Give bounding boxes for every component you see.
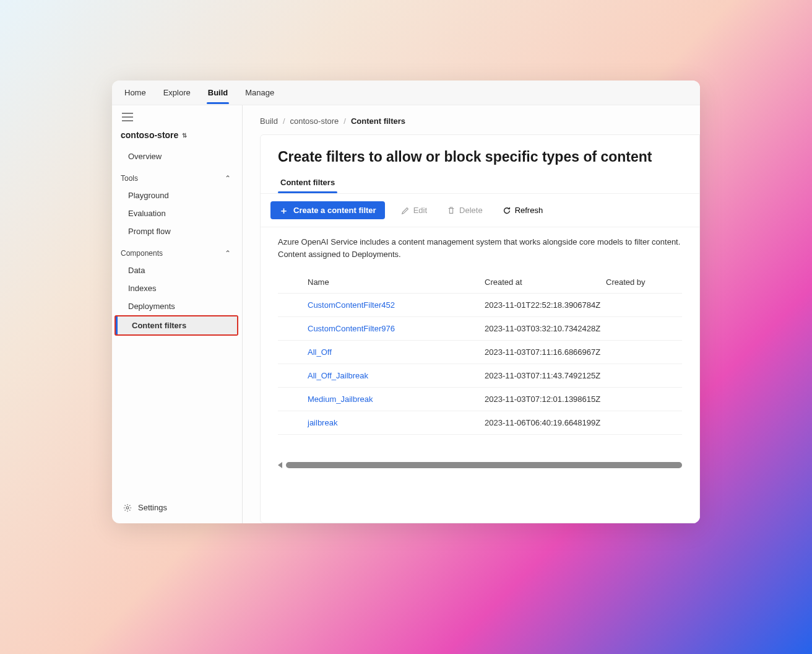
filter-created-at: 2023-11-06T06:40:19.6648199Z [485, 418, 606, 427]
sidebar-item-overview[interactable]: Overview [112, 147, 242, 165]
topnav-home[interactable]: Home [123, 82, 147, 103]
create-btn-label: Create a content filter [293, 206, 376, 215]
content-panel: Create filters to allow or block specifi… [260, 134, 700, 523]
filter-name-link[interactable]: All_Off [308, 347, 485, 357]
filter-created-at: 2023-11-01T22:52:18.3906784Z [485, 300, 606, 310]
chevron-up-icon: ⌃ [225, 249, 231, 258]
crumb-sep: / [283, 116, 285, 126]
tab-row: Content filters [261, 174, 699, 194]
sidebar-item-playground[interactable]: Playground [112, 186, 242, 204]
gear-icon [123, 504, 132, 512]
edit-label: Edit [413, 206, 427, 215]
top-nav: Home Explore Build Manage [112, 81, 700, 105]
refresh-label: Refresh [515, 206, 543, 215]
trash-icon [447, 206, 456, 215]
crumb-sep: / [343, 116, 346, 126]
col-created-at: Created at [485, 277, 606, 287]
topnav-build[interactable]: Build [207, 82, 230, 103]
table-row[interactable]: jailbreak2023-11-06T06:40:19.6648199Z [278, 411, 682, 435]
delete-button[interactable]: Delete [443, 203, 486, 217]
page-title: Create filters to allow or block specifi… [261, 135, 699, 174]
table-row[interactable]: CustomContentFilter9762023-11-03T03:32:1… [278, 317, 682, 341]
scroll-left-icon[interactable] [278, 462, 282, 468]
sidebar-item-data[interactable]: Data [112, 261, 242, 279]
table-row[interactable]: All_Off2023-11-03T07:11:16.6866967Z [278, 341, 682, 364]
store-picker[interactable]: contoso-store ⇅ [112, 128, 242, 147]
sidebar-item-settings[interactable]: Settings [112, 497, 242, 518]
breadcrumb: Build / contoso-store / Content filters [243, 105, 700, 134]
filter-name-link[interactable]: jailbreak [308, 418, 485, 427]
section-tools-label: Tools [121, 174, 138, 183]
section-components[interactable]: Components ⌃ [112, 240, 242, 261]
delete-label: Delete [459, 206, 483, 215]
refresh-button[interactable]: Refresh [499, 203, 547, 217]
filter-created-at: 2023-11-03T03:32:10.7342428Z [485, 324, 606, 333]
table-row[interactable]: All_Off_Jailbreak2023-11-03T07:11:43.749… [278, 364, 682, 388]
hamburger-icon[interactable] [112, 105, 242, 128]
col-name: Name [308, 277, 485, 287]
sidebar-item-indexes[interactable]: Indexes [112, 279, 242, 297]
store-name: contoso-store [121, 130, 178, 140]
refresh-icon [503, 206, 511, 215]
edit-button[interactable]: Edit [397, 203, 431, 217]
tab-content-filters[interactable]: Content filters [278, 174, 337, 193]
sidebar-item-prompt-flow[interactable]: Prompt flow [112, 222, 242, 240]
section-components-label: Components [121, 249, 163, 258]
crumb-build[interactable]: Build [260, 116, 278, 126]
filter-name-link[interactable]: All_Off_Jailbreak [308, 371, 485, 380]
topnav-manage[interactable]: Manage [244, 82, 275, 103]
filter-created-at: 2023-11-03T07:12:01.1398615Z [485, 395, 606, 404]
table-row[interactable]: CustomContentFilter4522023-11-01T22:52:1… [278, 294, 682, 317]
create-content-filter-button[interactable]: ＋ Create a content filter [270, 201, 385, 219]
crumb-store[interactable]: contoso-store [290, 116, 339, 126]
pencil-icon [401, 206, 410, 215]
sidebar: contoso-store ⇅ Overview Tools ⌃ Playgro… [112, 105, 243, 523]
toolbar: ＋ Create a content filter Edit Delete Re… [261, 194, 699, 227]
panel-description: Azure OpenAI Service includes a content … [261, 227, 699, 271]
sidebar-item-content-filters[interactable]: Content filters [116, 316, 237, 334]
filter-name-link[interactable]: CustomContentFilter976 [308, 324, 485, 333]
scroll-track[interactable] [286, 462, 682, 468]
highlight-box: Content filters [114, 315, 238, 336]
section-tools[interactable]: Tools ⌃ [112, 165, 242, 186]
crumb-current: Content filters [351, 116, 405, 126]
filter-name-link[interactable]: Medium_Jailbreak [308, 395, 485, 404]
filters-table: Name Created at Created by CustomContent… [261, 271, 699, 435]
col-created-by: Created by [606, 277, 670, 287]
filter-created-at: 2023-11-03T07:11:43.7492125Z [485, 371, 606, 380]
table-row[interactable]: Medium_Jailbreak2023-11-03T07:12:01.1398… [278, 388, 682, 411]
app-window: Home Explore Build Manage contoso-store … [112, 81, 700, 523]
svg-point-3 [126, 507, 129, 509]
filter-name-link[interactable]: CustomContentFilter452 [308, 300, 485, 310]
horizontal-scrollbar[interactable] [261, 435, 699, 476]
sidebar-item-evaluation[interactable]: Evaluation [112, 204, 242, 222]
updown-icon: ⇅ [182, 132, 187, 139]
sidebar-item-deployments[interactable]: Deployments [112, 297, 242, 315]
filter-created-at: 2023-11-03T07:11:16.6866967Z [485, 347, 606, 357]
plus-icon: ＋ [279, 206, 288, 215]
settings-label: Settings [138, 503, 167, 512]
table-header: Name Created at Created by [278, 271, 682, 294]
chevron-up-icon: ⌃ [225, 174, 231, 183]
main: Build / contoso-store / Content filters … [243, 105, 700, 523]
topnav-explore[interactable]: Explore [162, 82, 192, 103]
